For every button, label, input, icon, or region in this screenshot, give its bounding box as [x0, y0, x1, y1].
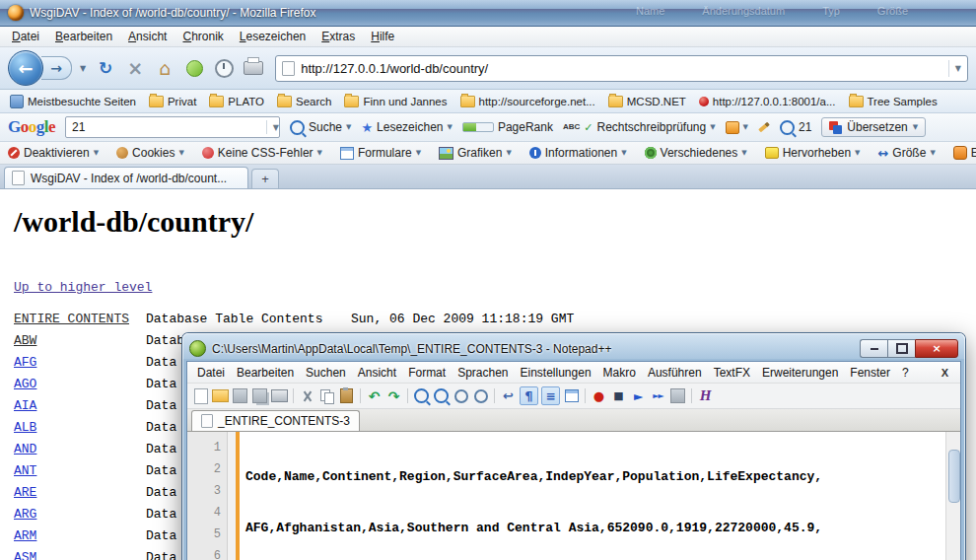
save-all-button[interactable] [251, 387, 268, 404]
bookmark-most-visited[interactable]: Meistbesuchte Seiten [10, 95, 136, 108]
new-file-button[interactable] [192, 387, 209, 404]
play-macro-button[interactable]: ► [630, 387, 647, 404]
save-macro-button[interactable] [669, 387, 686, 404]
npp-menu-erweiterungen[interactable]: Erweiterungen [756, 366, 844, 380]
print-button[interactable] [271, 387, 288, 404]
history-dropdown-icon[interactable]: ▼ [78, 64, 88, 73]
entry-link[interactable]: AFG [14, 352, 146, 374]
entry-link[interactable]: ABW [14, 330, 146, 352]
zoom-in-button[interactable] [453, 387, 469, 404]
npp-menu-einstellungen[interactable]: Einstellungen [515, 366, 597, 380]
google-search-input[interactable]: 21▼ [65, 116, 280, 138]
document-close-icon[interactable]: X [941, 367, 948, 379]
autofill-button[interactable]: ▼ [726, 121, 748, 134]
entry-link[interactable]: ALB [14, 417, 146, 439]
notepad-titlebar[interactable]: C:\Users\Martin\AppData\Local\Temp\_ENTI… [186, 336, 961, 361]
menu-ansicht[interactable]: Ansicht [120, 28, 174, 45]
npp-menu-help[interactable]: ? [896, 366, 915, 380]
paste-button[interactable] [338, 387, 355, 404]
spellcheck-button[interactable]: ABC✓Rechtschreibprüfung▼ [563, 120, 716, 134]
run-macro-multiple-button[interactable]: ►► [650, 387, 666, 404]
redo-button[interactable]: ↷ [385, 387, 402, 404]
npp-menu-sprachen[interactable]: Sprachen [452, 366, 514, 380]
google-lesezeichen-button[interactable]: ★Lesezeichen▼ [361, 120, 452, 135]
find-button[interactable] [413, 387, 430, 404]
npp-menu-makro[interactable]: Makro [597, 366, 642, 380]
bookmark-finn-und-jannes[interactable]: Finn und Jannes [344, 96, 447, 107]
minimize-button[interactable] [860, 339, 887, 358]
close-button[interactable]: × [915, 339, 958, 358]
bookmark-plato[interactable]: PLATO [209, 96, 264, 107]
up-to-higher-level-link[interactable]: Up to higher level [14, 280, 152, 295]
reload-button[interactable]: ↻ [94, 56, 117, 80]
textfx-button[interactable]: H [697, 387, 714, 404]
bookmark-privat[interactable]: Privat [149, 96, 196, 107]
entry-link[interactable]: ARG [14, 504, 146, 525]
google-suche-button[interactable]: Suche▼ [290, 120, 351, 135]
back-button[interactable]: ← [8, 50, 43, 86]
entry-link[interactable]: AGO [14, 374, 146, 395]
print-button[interactable] [242, 56, 265, 80]
record-macro-button[interactable]: ● [591, 387, 607, 404]
url-text[interactable]: http://127.0.0.1/world-db/country/ [301, 61, 488, 76]
url-bar[interactable]: http://127.0.0.1/world-db/country/ ▼ [275, 55, 968, 82]
menu-extras[interactable]: Extras [314, 28, 363, 45]
tab-entire-contents[interactable]: _ENTIRE_CONTENTS-3 [191, 410, 360, 431]
webdev-grafiken[interactable]: Grafiken▼ [439, 146, 512, 160]
bookmark-tree-samples[interactable]: Tree Samples [849, 96, 938, 107]
highlight-count[interactable]: 21 [780, 120, 811, 135]
bookmark-mcsd[interactable]: MCSD.NET [608, 96, 686, 107]
npp-menu-ausfuehren[interactable]: Ausführen [642, 366, 708, 380]
menu-hilfe[interactable]: Hilfe [363, 28, 402, 45]
npp-menu-suchen[interactable]: Suchen [300, 366, 352, 380]
menu-bearbeiten[interactable]: Bearbeiten [47, 28, 120, 45]
cut-button[interactable] [299, 387, 315, 404]
npp-menu-ansicht[interactable]: Ansicht [352, 366, 402, 380]
zoom-out-button[interactable] [472, 387, 489, 404]
url-dropdown-icon[interactable]: ▼ [948, 60, 961, 77]
entry-link[interactable]: ASM [14, 547, 146, 560]
stop-button[interactable]: × [123, 56, 147, 80]
addon-button[interactable] [182, 56, 206, 80]
indent-guide-button[interactable]: ≡ [541, 386, 560, 405]
bookmark-search[interactable]: Search [277, 96, 331, 107]
npp-menu-bearbeiten[interactable]: Bearbeiten [231, 366, 300, 380]
entry-link[interactable]: ARE [14, 482, 146, 504]
entry-link[interactable]: AIA [14, 395, 146, 417]
npp-menu-datei[interactable]: Datei [191, 366, 231, 380]
open-file-button[interactable] [212, 387, 229, 404]
editor-text[interactable]: Code,Name,Continent,Region,SurfaceArea,I… [240, 432, 945, 560]
code-line[interactable]: AFG,Afghanistan,Asia,Southern and Centra… [245, 518, 945, 539]
menu-lesezeichen[interactable]: Lesezeichen [232, 28, 314, 45]
webdev-css[interactable]: Keine CSS-Fehler▼ [202, 146, 322, 160]
webdev-extras[interactable]: Extras▼ [953, 146, 976, 160]
stop-macro-button[interactable]: ■ [610, 387, 627, 404]
webdev-cookies[interactable]: Cookies▼ [116, 146, 184, 160]
google-search-value[interactable]: 21 [72, 120, 85, 134]
webdev-informationen[interactable]: Informationen▼ [529, 146, 627, 160]
copy-button[interactable] [318, 387, 335, 404]
webdev-groesse[interactable]: ↔Größe▼ [877, 146, 935, 160]
webdev-hervorheben[interactable]: Hervorheben▼ [765, 146, 861, 160]
pagerank-indicator[interactable]: PageRank [462, 120, 553, 134]
sidewiki-button[interactable] [758, 125, 770, 129]
tab-wsgidav[interactable]: WsgiDAV - Index of /world-db/count... [4, 167, 248, 188]
uebersetzen-button[interactable]: Übersetzen▼ [821, 117, 926, 137]
maximize-button[interactable] [887, 339, 915, 358]
webdev-deaktivieren[interactable]: Deaktivieren▼ [8, 146, 99, 160]
history-button[interactable] [212, 56, 236, 80]
home-button[interactable]: ⌂ [153, 56, 176, 80]
npp-menu-fenster[interactable]: Fenster [844, 366, 896, 380]
webdev-formulare[interactable]: Formulare▼ [340, 146, 421, 160]
doc-switcher-button[interactable] [563, 387, 580, 404]
bookmark-sourceforge[interactable]: http://sourceforge.net... [460, 96, 595, 107]
entry-link[interactable]: ENTIRE CONTENTS [14, 309, 146, 330]
save-button[interactable] [232, 387, 248, 404]
undo-button[interactable]: ↶ [366, 387, 383, 404]
npp-menu-format[interactable]: Format [402, 366, 452, 380]
code-line[interactable]: Code,Name,Continent,Region,SurfaceArea,I… [245, 466, 945, 488]
vertical-scrollbar[interactable] [945, 432, 960, 560]
search-history-dropdown-icon[interactable]: ▼ [266, 120, 279, 134]
webdev-verschiedenes[interactable]: Verschiedenes▼ [645, 146, 747, 160]
entry-link[interactable]: ARM [14, 525, 146, 547]
